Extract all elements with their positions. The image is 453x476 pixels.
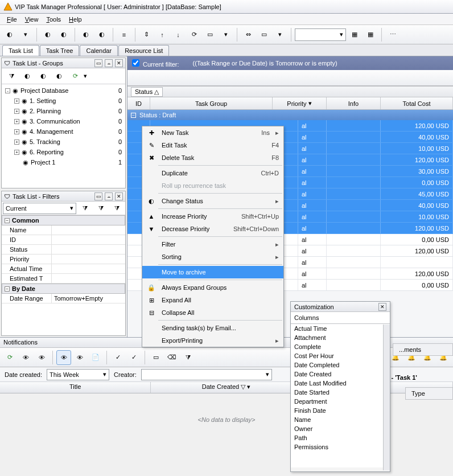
tab-resource-list[interactable]: Resource List bbox=[118, 45, 169, 56]
column-item[interactable]: Attachment bbox=[291, 333, 390, 342]
menu-tools[interactable]: Tools bbox=[43, 15, 64, 24]
arrow-up-icon[interactable]: ↑ bbox=[155, 27, 170, 42]
menu-item[interactable]: DuplicateCtrl+D bbox=[142, 167, 283, 179]
fit-width-icon[interactable]: ⇔ bbox=[241, 27, 256, 42]
date-created-combo[interactable]: This Week▾ bbox=[47, 369, 109, 380]
menu-item[interactable]: Move to archive bbox=[142, 266, 283, 278]
toolbar-btn[interactable]: ▦ bbox=[347, 27, 362, 42]
expand-icon[interactable]: + bbox=[14, 119, 19, 124]
toolbar-combo[interactable]: ▾ bbox=[295, 28, 346, 41]
toolbar-dropdown[interactable]: ▾ bbox=[84, 72, 87, 80]
filter-property[interactable]: Date RangeTomorrow+Empty bbox=[2, 294, 125, 303]
type-tab[interactable]: Type bbox=[405, 387, 453, 400]
tree-item[interactable]: +◉2. Planning0 bbox=[3, 106, 124, 116]
panel-pin-icon[interactable]: ⫠ bbox=[105, 59, 113, 67]
toolbar-btn[interactable]: ▦ bbox=[363, 27, 378, 42]
toolbar-btn[interactable]: ◐ bbox=[36, 69, 51, 84]
toolbar-btn[interactable]: ▭ bbox=[149, 350, 163, 365]
column-item[interactable]: Date Started bbox=[291, 388, 390, 397]
toolbar-btn[interactable]: 👁 bbox=[34, 350, 49, 365]
tree-item[interactable]: +◉3. Communication0 bbox=[3, 116, 124, 126]
close-icon[interactable]: ✕ bbox=[378, 303, 386, 311]
menu-item[interactable]: ⊞Expand All bbox=[142, 294, 283, 306]
refresh-icon[interactable]: ⟳ bbox=[68, 69, 83, 84]
tab-task-tree[interactable]: Task Tree bbox=[40, 45, 80, 56]
column-item[interactable]: Date Completed bbox=[291, 360, 390, 370]
toolbar-btn-active[interactable]: 👁 bbox=[56, 350, 71, 365]
menu-item[interactable]: Filter▸ bbox=[142, 238, 283, 251]
customization-column-list[interactable]: Actual TimeAttachmentCompleteCost Per Ho… bbox=[291, 324, 390, 467]
toolbar-btn[interactable]: ◐ bbox=[79, 27, 93, 42]
panel-close-icon[interactable]: ✕ bbox=[115, 192, 123, 200]
expand-icon[interactable]: + bbox=[14, 99, 19, 104]
refresh-icon[interactable]: ⟳ bbox=[187, 27, 201, 42]
filter-property[interactable]: Status bbox=[2, 245, 125, 255]
tree-item[interactable]: +◉5. Tracking0 bbox=[3, 137, 124, 147]
customization-panel[interactable]: Customization ✕ Columns Actual TimeAttac… bbox=[290, 301, 390, 472]
filter-icon[interactable]: ⧩ bbox=[93, 201, 108, 216]
expand-icon[interactable]: + bbox=[14, 150, 19, 155]
comments-tab[interactable]: ...ments bbox=[393, 343, 453, 356]
column-item[interactable]: Date Last Modified bbox=[291, 379, 390, 388]
column-item[interactable]: Date Created bbox=[291, 370, 390, 379]
customization-tab[interactable]: Columns bbox=[291, 312, 390, 324]
menu-item[interactable]: ✖Delete TaskF8 bbox=[142, 151, 283, 164]
scrollbar[interactable] bbox=[383, 325, 390, 470]
filter-property[interactable]: Estimated T bbox=[2, 274, 125, 284]
collapse-icon[interactable]: − bbox=[131, 113, 136, 118]
panel-restore-icon[interactable]: ▭ bbox=[94, 59, 102, 67]
toolbar-btn[interactable]: ◐ bbox=[20, 69, 35, 84]
column-item[interactable]: Actual Time bbox=[291, 324, 390, 333]
tree-item[interactable]: +◉6. Reporting0 bbox=[3, 147, 124, 157]
menu-file[interactable]: File bbox=[3, 15, 20, 24]
tree-item[interactable]: ◉Project 11 bbox=[3, 157, 124, 167]
arrow-down-icon[interactable]: ↓ bbox=[171, 27, 186, 42]
tab-calendar[interactable]: Calendar bbox=[80, 45, 118, 56]
grouping-chip[interactable]: Status △ bbox=[131, 87, 163, 97]
filter-icon[interactable]: ⧩ bbox=[4, 69, 19, 84]
column-item[interactable]: Department bbox=[291, 397, 390, 406]
toolbar-btn[interactable]: ▭ bbox=[257, 27, 271, 42]
column-item[interactable]: Path bbox=[291, 433, 390, 442]
panel-close-icon[interactable]: ✕ bbox=[115, 59, 123, 67]
menu-view[interactable]: View bbox=[22, 15, 42, 24]
tab-task-list[interactable]: Task List bbox=[2, 45, 39, 56]
tree-item[interactable]: +◉1. Setting0 bbox=[3, 96, 124, 106]
context-menu[interactable]: ✚New TaskIns▸✎Edit TaskF4✖Delete TaskF8D… bbox=[142, 126, 284, 347]
col-priority[interactable]: Priority ▾ bbox=[273, 97, 327, 109]
menu-item[interactable]: Sorting▸ bbox=[142, 251, 283, 263]
expand-icon[interactable]: - bbox=[5, 88, 10, 93]
notif-col-title[interactable]: Title bbox=[0, 382, 151, 393]
column-item[interactable]: Cost Per Hour bbox=[291, 351, 390, 360]
toolbar-btn[interactable]: 👁 bbox=[72, 350, 87, 365]
menu-item[interactable]: ▲Increase PriorityShift+Ctrl+Up bbox=[142, 210, 283, 223]
toolbar-btn[interactable]: ⋯ bbox=[385, 27, 400, 42]
filter-icon[interactable]: ⧩ bbox=[77, 201, 92, 216]
column-item[interactable]: Permissions bbox=[291, 442, 390, 452]
menu-item[interactable]: ▼Decrease PriorityShift+Ctrl+Down bbox=[142, 223, 283, 235]
toolbar-btn[interactable]: ▭ bbox=[203, 27, 217, 42]
filter-checkbox[interactable]: Current filter: bbox=[132, 59, 179, 68]
notif-col-date[interactable]: Date Created ▽ ▾ bbox=[151, 382, 302, 393]
tree-item[interactable]: +◉4. Management0 bbox=[3, 126, 124, 137]
menu-item[interactable]: ✚New TaskIns▸ bbox=[142, 126, 283, 139]
menu-item[interactable]: Sending task(s) by Email... bbox=[142, 322, 283, 334]
menu-item[interactable]: Export/Printing▸ bbox=[142, 334, 283, 347]
menu-help[interactable]: Help bbox=[65, 15, 85, 24]
grid-group-row[interactable]: − Status : Draft bbox=[127, 110, 453, 120]
filter-property[interactable]: ID bbox=[2, 235, 125, 245]
toolbar-btn[interactable]: ◐ bbox=[52, 69, 67, 84]
menu-item[interactable]: 🔒Always Expand Groups bbox=[142, 281, 283, 294]
expand-icon[interactable]: + bbox=[14, 109, 19, 114]
toolbar-btn[interactable]: ◐ bbox=[2, 27, 17, 42]
toolbar-dropdown[interactable]: ▾ bbox=[18, 27, 33, 42]
toolbar-btn[interactable]: ≡ bbox=[117, 27, 131, 42]
groups-tree[interactable]: -◉Project Database0+◉1. Setting0+◉2. Pla… bbox=[2, 84, 125, 188]
col-total-cost[interactable]: Total Cost bbox=[381, 97, 453, 109]
col-task-group[interactable]: Task Group bbox=[150, 97, 273, 109]
column-item[interactable]: Finish Date bbox=[291, 406, 390, 415]
dropdown-icon[interactable]: ▾ bbox=[308, 100, 312, 107]
toolbar-btn[interactable]: ◐ bbox=[40, 27, 55, 42]
column-item[interactable]: Owner bbox=[291, 424, 390, 433]
toolbar-btn[interactable]: ⌫ bbox=[164, 350, 179, 365]
